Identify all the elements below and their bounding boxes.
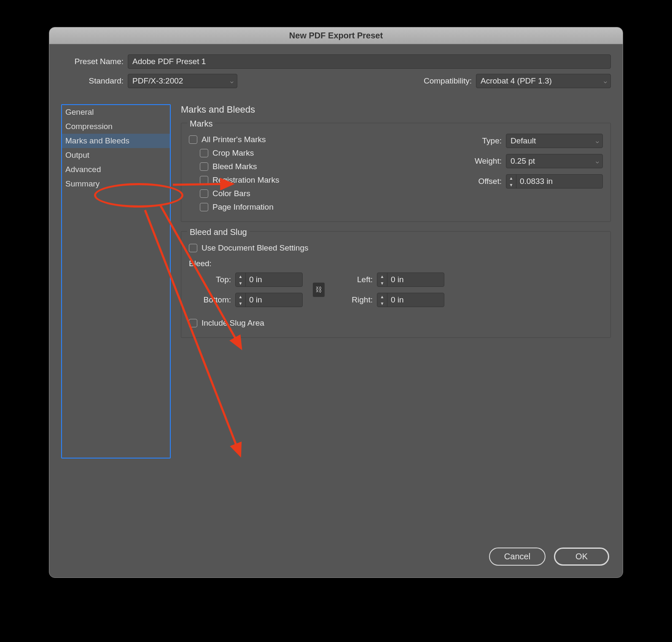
sidebar-item-summary[interactable]: Summary xyxy=(62,177,170,191)
stepper-up-icon[interactable]: ▲ xyxy=(377,293,387,300)
bleed-heading: Bleed: xyxy=(189,259,603,268)
bleed-bottom-value: 0 in xyxy=(246,293,302,307)
use-doc-bleed-label: Use Document Bleed Settings xyxy=(202,243,308,253)
marks-group: Marks All Printer's Marks Crop Marks xyxy=(181,123,611,222)
bleed-left-value: 0 in xyxy=(387,273,444,286)
standard-value: PDF/X-3:2002 xyxy=(132,76,183,86)
marks-weight-dropdown[interactable]: 0.25 pt ⌵ xyxy=(506,154,603,168)
bleed-top-label: Top: xyxy=(193,275,231,284)
sidebar-item-marks-and-bleeds[interactable]: Marks and Bleeds xyxy=(62,134,170,148)
page-information-label: Page Information xyxy=(212,202,274,212)
registration-marks-label: Registration Marks xyxy=(212,175,279,185)
include-slug-label: Include Slug Area xyxy=(202,318,264,328)
preset-name-input[interactable] xyxy=(128,54,611,69)
bleed-slug-group: Bleed and Slug Use Document Bleed Settin… xyxy=(181,231,611,338)
stepper-down-icon[interactable]: ▼ xyxy=(377,280,387,286)
stepper-down-icon[interactable]: ▼ xyxy=(506,181,516,188)
titlebar: New PDF Export Preset xyxy=(49,27,623,44)
compatibility-label: Compatibility: xyxy=(424,76,476,86)
category-sidebar: General Compression Marks and Bleeds Out… xyxy=(61,104,171,459)
bleed-right-value: 0 in xyxy=(387,293,444,307)
stepper-down-icon[interactable]: ▼ xyxy=(236,280,245,286)
marks-weight-label: Weight: xyxy=(468,156,502,166)
sidebar-item-compression[interactable]: Compression xyxy=(62,119,170,134)
ok-button[interactable]: OK xyxy=(554,548,609,566)
stepper-up-icon[interactable]: ▲ xyxy=(506,175,516,181)
marks-offset-label: Offset: xyxy=(468,177,502,186)
stepper-up-icon[interactable]: ▲ xyxy=(236,293,245,300)
marks-offset-input[interactable]: ▲ ▼ 0.0833 in xyxy=(506,174,603,189)
main-panel: Marks and Bleeds Marks All Printer's Mar… xyxy=(181,104,611,459)
standard-label: Standard: xyxy=(61,76,128,86)
link-icon[interactable]: ⛓ xyxy=(313,283,325,297)
include-slug-checkbox[interactable] xyxy=(189,319,197,327)
chevron-down-icon: ⌵ xyxy=(604,78,607,84)
all-printers-marks-label: All Printer's Marks xyxy=(202,135,266,144)
chevron-down-icon: ⌵ xyxy=(596,158,599,165)
bleed-slug-legend: Bleed and Slug xyxy=(187,227,250,237)
bleed-right-input[interactable]: ▲▼ 0 in xyxy=(377,293,444,307)
cancel-button[interactable]: Cancel xyxy=(489,548,546,566)
stepper-up-icon[interactable]: ▲ xyxy=(236,273,245,280)
marks-type-dropdown[interactable]: Default ⌵ xyxy=(506,134,603,148)
dialog-title: New PDF Export Preset xyxy=(289,31,383,40)
color-bars-checkbox[interactable] xyxy=(200,189,208,198)
bleed-marks-label: Bleed Marks xyxy=(212,162,257,171)
marks-type-label: Type: xyxy=(468,136,502,146)
color-bars-label: Color Bars xyxy=(212,189,250,198)
stepper-up-icon[interactable]: ▲ xyxy=(377,273,387,280)
crop-marks-checkbox[interactable] xyxy=(200,149,208,157)
preset-name-label: Preset Name: xyxy=(61,57,128,66)
sidebar-item-advanced[interactable]: Advanced xyxy=(62,162,170,177)
bleed-top-value: 0 in xyxy=(246,273,302,286)
dialog-window: New PDF Export Preset Preset Name: Stand… xyxy=(49,27,623,578)
bleed-bottom-input[interactable]: ▲▼ 0 in xyxy=(235,293,303,307)
sidebar-item-general[interactable]: General xyxy=(62,105,170,119)
registration-marks-checkbox[interactable] xyxy=(200,176,208,184)
use-doc-bleed-checkbox[interactable] xyxy=(189,244,197,252)
bleed-marks-checkbox[interactable] xyxy=(200,162,208,171)
stepper-down-icon[interactable]: ▼ xyxy=(236,300,245,307)
panel-heading: Marks and Bleeds xyxy=(181,104,611,115)
bleed-left-input[interactable]: ▲▼ 0 in xyxy=(377,272,444,287)
crop-marks-label: Crop Marks xyxy=(212,148,254,158)
bleed-top-input[interactable]: ▲▼ 0 in xyxy=(235,272,303,287)
chevron-down-icon: ⌵ xyxy=(596,138,599,144)
dialog-footer: Cancel OK xyxy=(489,548,609,566)
compatibility-dropdown[interactable]: Acrobat 4 (PDF 1.3) ⌵ xyxy=(476,74,611,88)
chevron-down-icon: ⌵ xyxy=(230,78,234,84)
stepper-down-icon[interactable]: ▼ xyxy=(377,300,387,307)
all-printers-marks-checkbox[interactable] xyxy=(189,135,197,144)
marks-offset-value: 0.0833 in xyxy=(516,175,602,188)
page-information-checkbox[interactable] xyxy=(200,203,208,211)
bleed-bottom-label: Bottom: xyxy=(193,295,231,305)
bleed-right-label: Right: xyxy=(335,295,373,305)
sidebar-item-output[interactable]: Output xyxy=(62,148,170,162)
bleed-left-label: Left: xyxy=(335,275,373,284)
marks-legend: Marks xyxy=(187,119,215,129)
marks-weight-value: 0.25 pt xyxy=(511,156,535,166)
compatibility-value: Acrobat 4 (PDF 1.3) xyxy=(481,76,552,86)
top-form: Preset Name: Standard: PDF/X-3:2002 ⌵ Co… xyxy=(49,44,623,97)
marks-type-value: Default xyxy=(511,136,536,146)
standard-dropdown[interactable]: PDF/X-3:2002 ⌵ xyxy=(128,74,237,88)
